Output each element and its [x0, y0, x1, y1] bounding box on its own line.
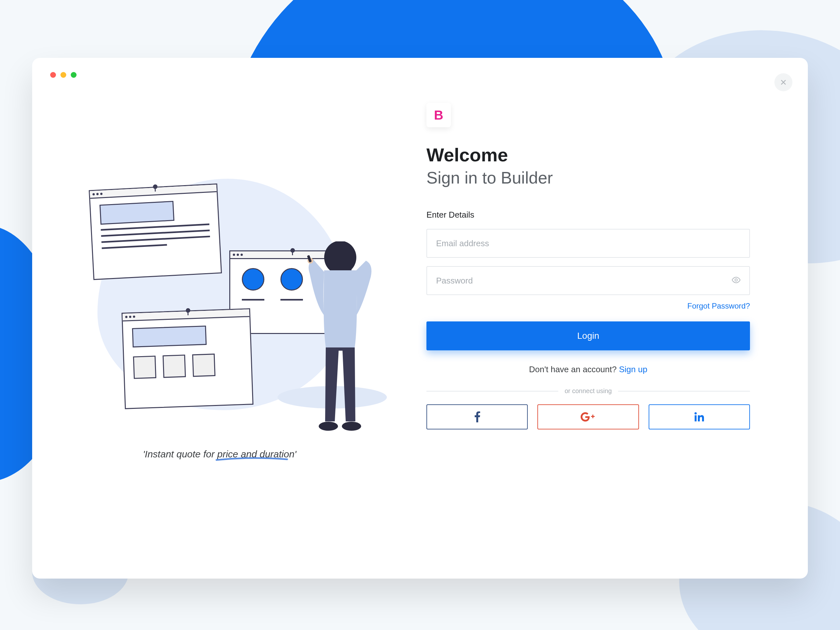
form-section-label: Enter Details: [426, 210, 750, 220]
signin-form-panel: B Welcome Sign in to Builder Enter Detai…: [407, 58, 808, 578]
svg-point-0: [324, 241, 356, 274]
close-button[interactable]: [774, 73, 793, 91]
signup-prompt: Don't have an account? Sign up: [426, 364, 750, 375]
signup-prompt-text: Don't have an account?: [529, 364, 619, 374]
svg-rect-6: [695, 415, 696, 421]
welcome-heading: Welcome: [426, 144, 750, 165]
person-illustration: [306, 241, 374, 441]
login-button[interactable]: Login: [426, 321, 750, 350]
facebook-icon: [474, 411, 480, 422]
close-icon: [780, 79, 786, 85]
eye-icon: [731, 275, 741, 285]
svg-point-7: [695, 413, 697, 415]
email-field[interactable]: [426, 229, 750, 258]
forgot-password-link[interactable]: Forgot Password?: [687, 301, 750, 310]
password-field[interactable]: [426, 266, 750, 295]
svg-point-4: [342, 422, 361, 431]
google-plus-icon: [580, 412, 596, 422]
toggle-password-visibility[interactable]: [731, 275, 741, 286]
signup-link[interactable]: Sign up: [619, 364, 647, 374]
svg-point-5: [735, 279, 737, 281]
brand-logo: B: [426, 103, 451, 127]
social-login-google[interactable]: [537, 404, 639, 430]
underline-decoration: [215, 457, 289, 461]
social-divider: or connect using: [426, 387, 750, 395]
social-login-linkedin[interactable]: [649, 404, 750, 430]
signin-subtitle: Sign in to Builder: [426, 168, 750, 187]
svg-point-3: [319, 422, 338, 431]
wireframe-card: [122, 308, 253, 409]
social-login-facebook[interactable]: [426, 404, 528, 430]
logo-letter: B: [434, 108, 444, 123]
divider-text: or connect using: [565, 387, 612, 395]
linkedin-icon: [694, 412, 704, 422]
wireframe-card: [89, 184, 222, 280]
illustration-panel: 'Instant quote for price and duration': [32, 58, 407, 578]
app-window: 'Instant quote for price and duration' B…: [32, 58, 808, 578]
